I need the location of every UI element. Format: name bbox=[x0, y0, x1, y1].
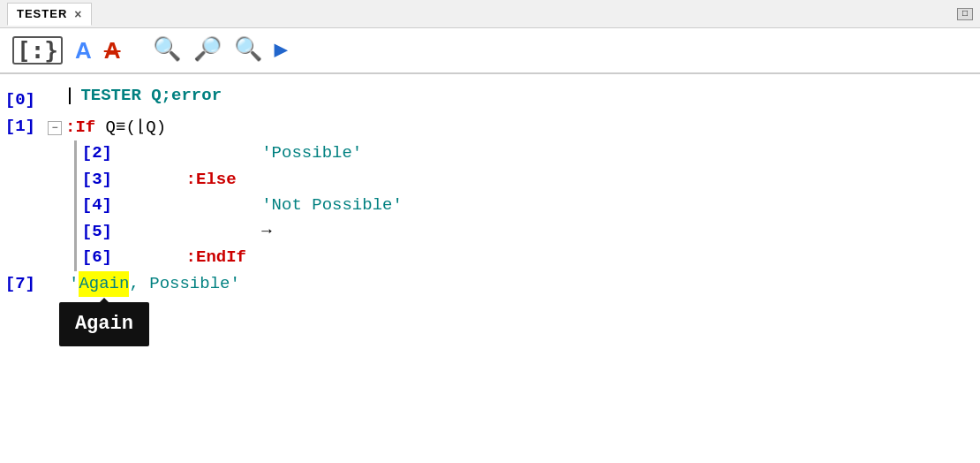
block-container: [2] 'Possible' [3] :Else [4] 'Not Possib… bbox=[0, 140, 980, 270]
toolbar: [:} A A 🔍 🔎 🔍 ▶ bbox=[0, 28, 980, 74]
search-zoom-button[interactable]: 🔎 bbox=[190, 35, 225, 65]
line-2-content: 'Possible' bbox=[181, 140, 362, 166]
line-5-content: → bbox=[181, 219, 272, 245]
search-button[interactable]: 🔍 bbox=[149, 35, 185, 65]
line-num-5: [5] bbox=[77, 219, 119, 245]
A-strike-icon: A bbox=[104, 39, 121, 62]
search-small-button[interactable]: 🔍 bbox=[230, 35, 266, 65]
highlighted-word: AgainAgain bbox=[79, 271, 129, 297]
run-button[interactable]: ▶ bbox=[271, 35, 292, 65]
bracket-icon: [:} bbox=[12, 36, 63, 65]
line-num-2: [2] bbox=[77, 140, 119, 166]
table-row: [5] → bbox=[77, 219, 980, 245]
if-keyword: :If bbox=[65, 115, 95, 140]
line-4-content: 'Not Possible' bbox=[181, 193, 403, 218]
search-icon: 🔍 bbox=[153, 39, 181, 62]
title-tab[interactable]: TESTER × bbox=[7, 3, 92, 26]
A-strike-button[interactable]: A bbox=[101, 35, 124, 65]
search-small-icon: 🔍 bbox=[234, 39, 262, 62]
close-button[interactable]: × bbox=[74, 7, 82, 21]
table-row: [7] 'AgainAgain, Possible' bbox=[0, 271, 980, 297]
string-quote-open: ' bbox=[69, 274, 79, 293]
bracket-icon-button[interactable]: [:} bbox=[9, 33, 66, 68]
collapse-button[interactable]: − bbox=[48, 121, 62, 135]
if-condition: Q≡(⌊Q) bbox=[95, 115, 166, 140]
line-3-content: :Else bbox=[146, 167, 237, 193]
table-row: [1] − :If Q≡(⌊Q) bbox=[0, 114, 980, 141]
block-lines: [2] 'Possible' [3] :Else [4] 'Not Possib… bbox=[77, 140, 980, 270]
line-num-3: [3] bbox=[77, 167, 119, 193]
line-num-1: [1] bbox=[0, 114, 42, 140]
A-icon: A bbox=[75, 39, 92, 62]
maximize-button[interactable]: □ bbox=[957, 8, 973, 20]
line-num-4: [4] bbox=[77, 193, 119, 218]
window-controls: □ bbox=[954, 8, 973, 20]
line-num-7: [7] bbox=[0, 271, 42, 297]
search-zoom-icon: 🔎 bbox=[193, 39, 222, 62]
A-button[interactable]: A bbox=[72, 35, 95, 65]
table-row: [6] :EndIf bbox=[77, 245, 980, 270]
line-num-0: [0] bbox=[0, 87, 42, 113]
table-row: [2] 'Possible' bbox=[77, 140, 980, 166]
run-icon: ▶ bbox=[275, 39, 289, 62]
table-row: [3] :Else bbox=[77, 167, 980, 193]
title-bar: TESTER × □ bbox=[0, 0, 980, 28]
table-row: [4] 'Not Possible' bbox=[77, 193, 980, 218]
line-7-content: 'AgainAgain, Possible' bbox=[69, 271, 240, 297]
editor: [0] TESTER Q;error [1] − :If Q≡(⌊Q) [2] … bbox=[0, 74, 980, 306]
line-0-content: TESTER Q;error bbox=[71, 83, 222, 109]
line-6-content: :EndIf bbox=[146, 245, 246, 270]
tab-label: TESTER bbox=[17, 7, 67, 20]
line-num-6: [6] bbox=[77, 245, 119, 270]
table-row: [0] TESTER Q;error bbox=[0, 83, 980, 114]
tooltip: Again bbox=[59, 302, 149, 346]
string-rest: , Possible' bbox=[129, 274, 239, 293]
